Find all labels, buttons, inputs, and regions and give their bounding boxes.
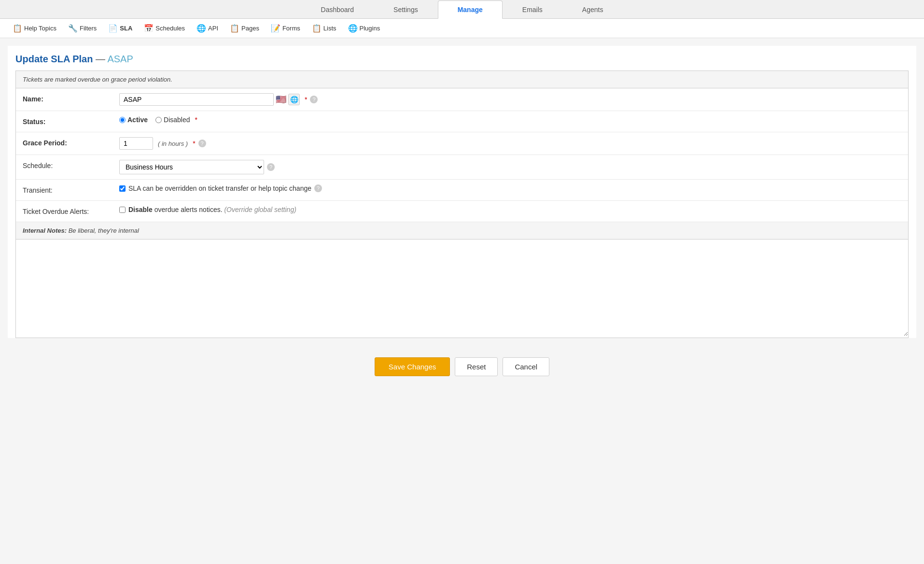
schedule-help-icon[interactable]: ? bbox=[267, 163, 275, 171]
tab-manage[interactable]: Manage bbox=[438, 0, 503, 19]
status-label: Status: bbox=[23, 116, 119, 126]
subnav-sla[interactable]: 📄 SLA bbox=[103, 22, 137, 35]
filters-icon: 🔧 bbox=[68, 24, 78, 33]
bottom-actions: Save Changes Reset Cancel bbox=[0, 346, 924, 388]
sla-icon: 📄 bbox=[108, 24, 118, 33]
tab-agents[interactable]: Agents bbox=[562, 0, 623, 19]
tab-dashboard[interactable]: Dashboard bbox=[301, 0, 374, 19]
grace-period-unit: ( in hours ) bbox=[158, 140, 188, 147]
grace-period-row: Grace Period: ( in hours ) * ? bbox=[16, 132, 908, 155]
sub-navigation: 📋 Help Topics 🔧 Filters 📄 SLA 📅 Schedule… bbox=[0, 19, 924, 38]
status-value-area: Active Disabled * bbox=[119, 116, 901, 124]
overdue-override-text: (Override global setting) bbox=[224, 206, 296, 213]
subnav-lists[interactable]: 📋 Lists bbox=[307, 22, 341, 35]
overdue-disable-word: Disable bbox=[128, 206, 153, 213]
overdue-alerts-text[interactable]: Disable overdue alerts notices. (Overrid… bbox=[128, 206, 296, 213]
internal-notes-subtext2: Be liberal, they're internal bbox=[69, 227, 139, 234]
schedules-icon: 📅 bbox=[144, 24, 154, 33]
plan-name: ASAP bbox=[107, 54, 133, 64]
schedule-value-area: Business Hours 24/7 Custom ? bbox=[119, 160, 901, 174]
subnav-filters[interactable]: 🔧 Filters bbox=[63, 22, 101, 35]
internal-notes-textarea[interactable] bbox=[16, 240, 908, 336]
page-title: Update SLA Plan — ASAP bbox=[8, 46, 916, 70]
name-input[interactable] bbox=[119, 93, 274, 106]
grace-period-required: * bbox=[193, 140, 195, 147]
schedule-select[interactable]: Business Hours 24/7 Custom bbox=[119, 160, 264, 174]
name-row: Name: 🇺🇸 🌐 * ? bbox=[16, 88, 908, 111]
name-help-icon[interactable]: ? bbox=[310, 96, 318, 103]
subnav-schedules[interactable]: 📅 Schedules bbox=[139, 22, 190, 35]
subnav-pages[interactable]: 📋 Pages bbox=[225, 22, 264, 35]
name-input-wrapper: 🇺🇸 🌐 bbox=[119, 93, 300, 106]
forms-icon: 📝 bbox=[271, 24, 280, 33]
title-separator: — bbox=[96, 54, 107, 64]
transient-label: Transient: bbox=[23, 184, 119, 194]
status-row: Status: Active Disabled * bbox=[16, 111, 908, 132]
save-changes-button[interactable]: Save Changes bbox=[375, 357, 450, 376]
overdue-alerts-checkbox[interactable] bbox=[119, 207, 126, 213]
internal-notes-label: Internal Notes: bbox=[23, 227, 67, 234]
name-value-area: 🇺🇸 🌐 * ? bbox=[119, 93, 901, 106]
grace-period-value-area: ( in hours ) * ? bbox=[119, 137, 901, 150]
status-active-radio[interactable] bbox=[119, 117, 126, 123]
status-active-label: Active bbox=[127, 116, 148, 124]
pages-icon: 📋 bbox=[230, 24, 239, 33]
flag-icon: 🇺🇸 bbox=[276, 94, 286, 105]
globe-button[interactable]: 🌐 bbox=[288, 94, 300, 105]
tab-emails[interactable]: Emails bbox=[503, 0, 562, 19]
notes-area bbox=[16, 240, 908, 338]
top-navigation: Dashboard Settings Manage Emails Agents bbox=[0, 0, 924, 19]
grace-period-label: Grace Period: bbox=[23, 137, 119, 147]
name-label: Name: bbox=[23, 93, 119, 103]
help-topics-icon: 📋 bbox=[13, 24, 22, 33]
grace-period-input[interactable] bbox=[119, 137, 153, 150]
subnav-api[interactable]: 🌐 API bbox=[192, 22, 223, 35]
overdue-alerts-row: Ticket Overdue Alerts: Disable overdue a… bbox=[16, 201, 908, 222]
cancel-button[interactable]: Cancel bbox=[503, 357, 549, 376]
status-disabled-label: Disabled bbox=[164, 116, 190, 124]
main-content: Update SLA Plan — ASAP Tickets are marke… bbox=[8, 46, 916, 338]
transient-checkbox[interactable] bbox=[119, 185, 126, 192]
grace-period-help-icon[interactable]: ? bbox=[198, 140, 206, 147]
sla-form: Tickets are marked overdue on grace peri… bbox=[15, 70, 909, 338]
page-title-prefix: Update SLA Plan bbox=[15, 54, 93, 64]
subnav-plugins[interactable]: 🌐 Plugins bbox=[343, 22, 385, 35]
overdue-alerts-label: Ticket Overdue Alerts: bbox=[23, 206, 119, 215]
transient-text[interactable]: SLA can be overridden on ticket transfer… bbox=[128, 184, 311, 192]
internal-notes-banner: Internal Notes: Be liberal, they're inte… bbox=[16, 222, 908, 240]
subnav-forms[interactable]: 📝 Forms bbox=[266, 22, 305, 35]
overdue-normal-text2: overdue alerts notices. bbox=[154, 206, 223, 213]
status-radio-group: Active Disabled bbox=[119, 116, 190, 124]
status-disabled-option[interactable]: Disabled bbox=[155, 116, 190, 124]
transient-help-icon[interactable]: ? bbox=[314, 184, 322, 192]
overdue-checkbox-row: Disable overdue alerts notices. (Overrid… bbox=[119, 206, 296, 213]
schedule-row: Schedule: Business Hours 24/7 Custom ? bbox=[16, 155, 908, 180]
overdue-alerts-value-area: Disable overdue alerts notices. (Overrid… bbox=[119, 206, 901, 213]
transient-checkbox-row: SLA can be overridden on ticket transfer… bbox=[119, 184, 311, 192]
status-disabled-radio[interactable] bbox=[155, 117, 162, 123]
schedule-label: Schedule: bbox=[23, 160, 119, 169]
lists-icon: 📋 bbox=[312, 24, 322, 33]
api-icon: 🌐 bbox=[196, 24, 206, 33]
info-banner: Tickets are marked overdue on grace peri… bbox=[16, 71, 908, 88]
plugins-icon: 🌐 bbox=[348, 24, 358, 33]
tab-settings[interactable]: Settings bbox=[374, 0, 438, 19]
reset-button[interactable]: Reset bbox=[455, 357, 498, 376]
transient-value-area: SLA can be overridden on ticket transfer… bbox=[119, 184, 901, 192]
subnav-help-topics[interactable]: 📋 Help Topics bbox=[8, 22, 61, 35]
status-required: * bbox=[195, 116, 197, 124]
transient-row: Transient: SLA can be overridden on tick… bbox=[16, 180, 908, 201]
status-active-option[interactable]: Active bbox=[119, 116, 148, 124]
name-required: * bbox=[305, 96, 307, 103]
